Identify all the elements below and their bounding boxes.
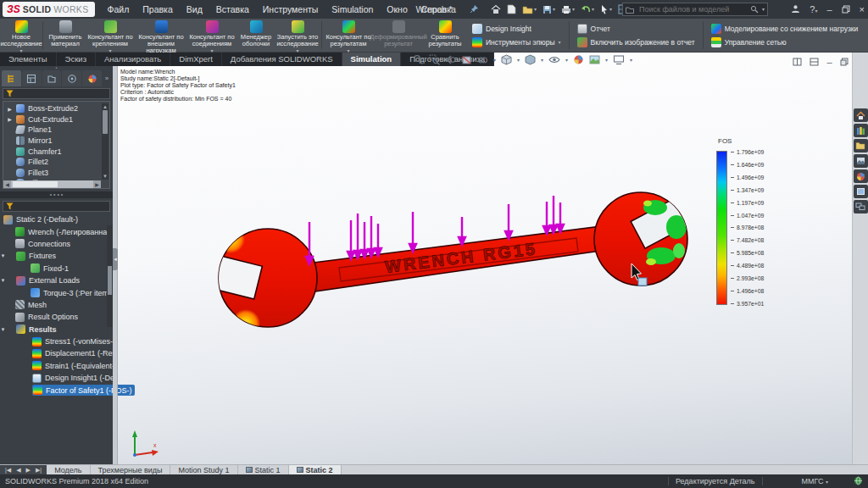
tab-static-2[interactable]: Static 2 bbox=[289, 465, 342, 474]
help-button[interactable]: ?▾ bbox=[810, 5, 817, 14]
tab-evaluate[interactable]: Анализировать bbox=[96, 53, 170, 66]
menu-item[interactable]: Инструменты bbox=[256, 0, 325, 19]
offloaded-simulation-button[interactable]: Моделирование со снижением нагрузки bbox=[711, 24, 859, 34]
displays-icon[interactable] bbox=[854, 200, 868, 214]
property-manager-tab[interactable] bbox=[22, 70, 42, 86]
configuration-manager-tab[interactable] bbox=[42, 70, 62, 86]
study-results-folder[interactable]: ▼Results bbox=[0, 324, 113, 336]
manage-network-button[interactable]: Управление сетью bbox=[711, 37, 859, 47]
report-button[interactable]: Отчет bbox=[577, 24, 695, 34]
tab-model[interactable]: Модель bbox=[47, 465, 90, 474]
view-orientation-icon[interactable] bbox=[501, 54, 512, 65]
include-image-in-report-button[interactable]: Включить изображение в отчет bbox=[577, 37, 695, 47]
apply-material-button[interactable]: Применить материал bbox=[45, 19, 86, 52]
study-mesh[interactable]: Mesh bbox=[0, 299, 113, 311]
document-minimize-icon[interactable]: – bbox=[826, 58, 832, 67]
shell-manager-button[interactable]: Менеджер оболочки bbox=[236, 19, 275, 52]
study-part[interactable]: Wrench (-Легированная сталь-) bbox=[0, 225, 113, 237]
run-study-button[interactable]: Запустить это исследование▾ bbox=[275, 19, 320, 52]
tree-item[interactable]: ▶Cut-Extrude1 bbox=[3, 114, 109, 125]
study-fixtures[interactable]: ▼Fixtures bbox=[0, 250, 113, 262]
document-restore-icon[interactable] bbox=[840, 54, 849, 69]
tree-item[interactable]: Fillet3 bbox=[3, 168, 109, 179]
results-advisor-button[interactable]: Консультант по результатам▾ bbox=[324, 19, 373, 52]
tag-globe-icon[interactable] bbox=[854, 476, 863, 487]
connections-advisor-button[interactable]: Консультант по соединениям▾ bbox=[187, 19, 236, 52]
tree-item[interactable]: ▶Boss-Extrude2 bbox=[3, 103, 109, 114]
display-manager-tab[interactable] bbox=[82, 70, 102, 86]
display-style-icon[interactable] bbox=[525, 54, 536, 65]
feature-tree-horizontal-scrollbar[interactable]: ◀▶ bbox=[3, 180, 101, 188]
menu-item[interactable]: Вид bbox=[180, 0, 209, 19]
tree-item[interactable]: Mirror1 bbox=[3, 136, 109, 147]
search-dropdown-icon[interactable]: ▾ bbox=[762, 7, 765, 12]
feature-tree-filter[interactable] bbox=[3, 88, 110, 99]
menu-item[interactable]: Справка bbox=[415, 0, 463, 19]
close-button[interactable]: × bbox=[860, 5, 865, 14]
file-explorer-icon[interactable] bbox=[854, 139, 868, 152]
dimxpert-manager-tab[interactable] bbox=[62, 70, 81, 86]
study-design-insight-plot[interactable]: Design Insight1 (-Design Insight-) bbox=[0, 372, 113, 384]
menu-item[interactable]: Окно bbox=[380, 0, 414, 19]
compare-results-button[interactable]: Сравнить результаты bbox=[424, 19, 466, 52]
section-view-icon[interactable] bbox=[461, 54, 472, 65]
feature-tree-vertical-scrollbar[interactable]: ▲▼ bbox=[102, 103, 108, 180]
external-loads-advisor-button[interactable]: Консультант по внешним нагрузкам▾ bbox=[135, 19, 187, 52]
scroll-left-icon[interactable]: ◀ bbox=[14, 467, 22, 473]
tab-3d-views[interactable]: Трехмерные виды bbox=[91, 465, 171, 474]
study-fos-plot[interactable]: Factor of Safety1 (-FOS-) bbox=[0, 384, 113, 396]
tab-dimxpert[interactable]: DimXpert bbox=[170, 53, 222, 66]
units-selector[interactable]: ММГС ▾ bbox=[802, 477, 829, 485]
print-icon[interactable]: ▾ bbox=[561, 5, 575, 14]
edit-appearance-icon[interactable] bbox=[573, 54, 584, 65]
previous-view-icon[interactable] bbox=[445, 54, 456, 65]
tab-scroll-buttons[interactable]: |◀ ◀ ▶ ▶| bbox=[0, 465, 47, 474]
zoom-area-icon[interactable] bbox=[429, 54, 440, 65]
split-pane-horizontal-icon[interactable] bbox=[810, 54, 819, 69]
tab-solidworks-addins[interactable]: Добавления SOLIDWORKS bbox=[222, 53, 342, 66]
design-library-icon[interactable] bbox=[854, 124, 868, 137]
view-settings-icon[interactable] bbox=[613, 55, 625, 65]
panel-splitter[interactable]: ◂ bbox=[113, 66, 118, 464]
design-insight-button[interactable]: Design Insight bbox=[472, 24, 561, 34]
menu-item[interactable]: Файл bbox=[100, 0, 136, 19]
zoom-fit-icon[interactable] bbox=[413, 54, 424, 65]
panel-splitter-handle[interactable]: • • • • bbox=[0, 191, 113, 198]
save-icon[interactable]: ▾ bbox=[542, 5, 555, 14]
search-icon[interactable] bbox=[750, 2, 759, 17]
resources-home-icon[interactable] bbox=[854, 108, 868, 122]
menu-item[interactable]: Вставка bbox=[209, 0, 256, 19]
study-root[interactable]: Static 2 (-Default-) bbox=[0, 214, 113, 225]
panel-tabs-overflow-icon[interactable]: » bbox=[103, 70, 111, 86]
study-connections[interactable]: Connections bbox=[0, 238, 113, 250]
restore-button[interactable] bbox=[842, 2, 850, 17]
study-external-loads[interactable]: ▼External Loads bbox=[0, 274, 113, 286]
new-study-button[interactable]: Новое исследование ▾ bbox=[2, 19, 41, 52]
view-palette-icon[interactable] bbox=[854, 154, 868, 168]
study-stress-plot[interactable]: Stress1 (-vonMises-) bbox=[0, 336, 113, 347]
study-displacement-plot[interactable]: Displacement1 (-Res disp-) bbox=[0, 347, 113, 359]
tab-features[interactable]: Элементы bbox=[0, 53, 57, 66]
tab-motion-study-1[interactable]: Motion Study 1 bbox=[170, 465, 237, 474]
select-arrow-icon[interactable]: ▾ bbox=[600, 4, 612, 14]
new-document-icon[interactable] bbox=[507, 4, 516, 14]
split-pane-icon[interactable] bbox=[793, 54, 802, 69]
open-folder-icon[interactable]: ▾ bbox=[522, 5, 537, 14]
appearances-scenes-icon[interactable] bbox=[854, 169, 868, 183]
study-tree-filter[interactable] bbox=[3, 201, 110, 212]
home-icon[interactable] bbox=[491, 4, 501, 14]
collapse-panel-icon[interactable]: ◂ bbox=[113, 248, 118, 270]
minimize-button[interactable]: – bbox=[826, 5, 832, 14]
pin-icon[interactable] bbox=[470, 2, 479, 17]
plot-tools-button[interactable]: Инструменты эпюры ▾ bbox=[472, 37, 561, 47]
appearance-filter-icon[interactable] bbox=[477, 54, 488, 65]
fixtures-advisor-button[interactable]: Консультант по креплениям▾ bbox=[86, 19, 135, 52]
apply-scene-icon[interactable] bbox=[589, 54, 600, 65]
scroll-right-icon[interactable]: ▶ bbox=[25, 467, 32, 473]
hide-show-items-icon[interactable] bbox=[548, 54, 560, 65]
tab-static-1[interactable]: Static 1 bbox=[238, 465, 289, 474]
tree-item[interactable]: Fillet2 bbox=[3, 157, 109, 168]
tab-simulation[interactable]: Simulation bbox=[342, 53, 402, 66]
menu-item[interactable]: Simulation bbox=[325, 0, 380, 19]
study-strain-plot[interactable]: Strain1 (-Equivalent-) bbox=[0, 360, 113, 372]
